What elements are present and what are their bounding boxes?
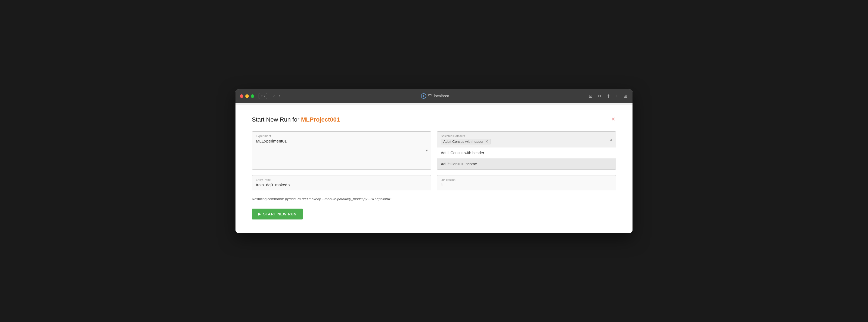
entry-point-value: train_dq0_makedp [256,183,289,187]
browser-actions-right: ⊡ ↺ ⬆ + ⊞ [588,93,628,100]
browser-chrome: ⊞▾ ‹ › i 🛡 localhost ⊡ ↺ ⬆ + ⊞ [236,89,632,103]
minimize-traffic-light[interactable] [245,94,249,98]
entry-point-field[interactable]: Entry Point train_dq0_makedp [252,175,431,190]
security-info-icon: i [421,93,426,99]
datasets-header-left: Selected Datasets Adult Census with head… [441,134,491,144]
grid-button[interactable]: ⊞ [622,93,628,100]
modal-container: Start New Run for MLProject001 × Experim… [236,105,632,233]
datasets-header: Selected Datasets Adult Census with head… [437,132,616,147]
sidebar-toggle-button[interactable]: ⊞▾ [258,93,267,99]
browser-window: ⊞▾ ‹ › i 🛡 localhost ⊡ ↺ ⬆ + ⊞ [236,89,632,233]
page-content: Start New Run for MLProject001 × Experim… [236,105,632,233]
experiment-label: Experiment [256,134,427,138]
selected-tags: Adult Census with header ✕ [441,139,491,144]
cast-button[interactable]: ⊡ [588,93,593,100]
datasets-dropdown-arrow: ▴ [610,137,612,141]
resulting-command: Resulting command: python -m dq0.makedp … [252,197,616,201]
selected-dataset-tag: Adult Census with header ✕ [441,139,491,144]
modal-close-button[interactable]: × [611,116,616,122]
share-button[interactable]: ⬆ [606,93,611,100]
shield-icon: 🛡 [428,94,432,98]
project-name: MLProject001 [301,116,340,123]
entry-point-label: Entry Point [256,178,427,182]
address-bar-container: i 🛡 localhost [287,93,583,99]
traffic-lights [240,94,254,98]
experiment-value: MLExperiment01 [256,139,287,143]
experiment-dropdown-arrow: ▾ [426,148,428,153]
forward-button[interactable]: › [277,93,282,99]
address-bar[interactable]: i 🛡 localhost [421,93,449,99]
maximize-traffic-light[interactable] [251,94,254,98]
dp-epsilon-value: 1 [441,183,443,187]
command-text: python -m dq0.makedp --module-path=my_mo… [285,197,392,201]
form-grid: Experiment MLExperiment01 ▾ Selected Dat… [252,131,616,190]
back-button[interactable]: ‹ [272,93,276,99]
start-new-run-button[interactable]: ▶ START NEW RUN [252,208,303,220]
browser-nav: ‹ › [272,93,282,99]
datasets-label: Selected Datasets [441,134,491,138]
tag-remove-button[interactable]: ✕ [485,139,488,143]
modal-header: Start New Run for MLProject001 × [252,116,616,123]
dp-epsilon-field[interactable]: DP-epsilon 1 [437,175,616,190]
modal-title: Start New Run for MLProject001 [252,116,340,123]
address-text: localhost [434,94,449,98]
experiment-field[interactable]: Experiment MLExperiment01 ▾ [252,131,431,170]
dropdown-option-1[interactable]: Adult Census Income [437,159,616,169]
datasets-dropdown: Adult Census with header Adult Census In… [437,147,616,169]
dropdown-option-0[interactable]: Adult Census with header [437,148,616,159]
tab-bar [236,103,632,105]
refresh-button[interactable]: ↺ [597,93,602,100]
datasets-field[interactable]: Selected Datasets Adult Census with head… [437,131,616,170]
new-tab-button[interactable]: + [615,93,619,100]
dp-epsilon-label: DP-epsilon [441,178,612,182]
play-icon: ▶ [258,212,261,216]
close-traffic-light[interactable] [240,94,243,98]
